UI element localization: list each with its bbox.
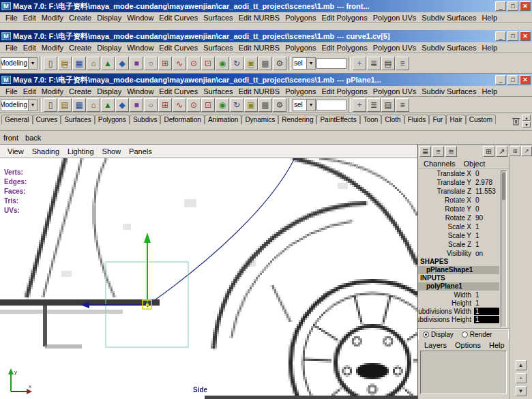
- menu-item[interactable]: Polygon UVs: [370, 87, 419, 95]
- channel-value-field[interactable]: on: [474, 250, 499, 257]
- select-object-icon[interactable]: ▲: [101, 98, 115, 112]
- minimize-button[interactable]: _: [495, 31, 506, 41]
- snap-view-plane-icon[interactable]: ⊡: [201, 57, 215, 70]
- select-faces-icon[interactable]: ■: [130, 57, 143, 70]
- menu-item[interactable]: Create: [66, 44, 94, 52]
- ipr-render-icon[interactable]: ▩: [258, 57, 272, 70]
- panel-menu-item[interactable]: Show: [98, 147, 125, 156]
- pan-icon[interactable]: +: [516, 373, 527, 383]
- render-globals-icon[interactable]: ⚙: [273, 57, 286, 70]
- render-globals-icon[interactable]: ⚙: [273, 98, 286, 112]
- show-manipulator-icon[interactable]: +: [353, 98, 366, 112]
- shelf-tab[interactable]: Fluids: [404, 115, 430, 124]
- selected-cv[interactable]: [146, 304, 149, 306]
- channel-value-field[interactable]: 90: [474, 214, 499, 222]
- menu-item[interactable]: Create: [66, 87, 94, 95]
- channel-value-field[interactable]: 2.978: [474, 179, 499, 186]
- new-scene-icon[interactable]: ▯: [44, 98, 57, 112]
- menu-item[interactable]: Polygon UVs: [370, 44, 419, 52]
- new-scene-icon[interactable]: ▯: [44, 57, 57, 70]
- panel-layout-icon[interactable]: ⊞: [483, 146, 494, 157]
- menu-item[interactable]: Help: [479, 44, 500, 52]
- quick-select-field[interactable]: [316, 58, 346, 69]
- shelf-tab[interactable]: Subdivs: [130, 115, 161, 124]
- channel-value-field[interactable]: 1: [474, 232, 499, 239]
- channel-box-menu-item[interactable]: Object: [460, 160, 488, 168]
- nurbs-curve[interactable]: [147, 158, 295, 307]
- channel-value-field[interactable]: 11.553: [474, 188, 499, 195]
- layer-list[interactable]: [420, 351, 507, 394]
- channel-box-menu-item[interactable]: Channels: [421, 160, 458, 168]
- shelf-tab[interactable]: Dynamics: [241, 115, 278, 124]
- shelf-tab[interactable]: Custom: [466, 115, 496, 124]
- shelf-tab[interactable]: Animation: [205, 115, 241, 124]
- shelf-scroll-up-icon[interactable]: ▴: [522, 115, 531, 121]
- scroll-down-icon[interactable]: ▼: [516, 386, 527, 396]
- shelf-tab[interactable]: Toon: [360, 115, 382, 124]
- menu-item[interactable]: Polygons: [282, 87, 319, 95]
- layer-menu-item[interactable]: Options: [452, 341, 484, 349]
- menu-item[interactable]: File: [3, 44, 20, 52]
- layout-tab[interactable]: back: [25, 134, 41, 142]
- quick-select-dropdown[interactable]: sel ▾: [293, 99, 316, 111]
- snap-point-icon[interactable]: ⊙: [187, 57, 201, 70]
- make-live-icon[interactable]: ◉: [216, 57, 229, 70]
- scroll-up-icon[interactable]: ▲: [516, 360, 527, 370]
- close-button[interactable]: ✕: [520, 75, 531, 85]
- channel-box-toggle-icon[interactable]: ≣: [367, 98, 381, 112]
- menu-item[interactable]: File: [3, 14, 20, 22]
- shelf-tab[interactable]: Hair: [446, 115, 465, 124]
- menu-item[interactable]: Window: [124, 87, 156, 95]
- menu-item[interactable]: Edit NURBS: [236, 14, 283, 22]
- menu-item[interactable]: Edit Polygons: [319, 87, 370, 95]
- attribute-editor-toggle-icon[interactable]: ≡: [396, 98, 409, 112]
- move-manipulator-y-arrow-icon[interactable]: [144, 233, 151, 243]
- menu-item[interactable]: Edit Curves: [156, 87, 201, 95]
- select-component-icon[interactable]: ◆: [115, 98, 129, 112]
- shelf-tab[interactable]: Fur: [429, 115, 446, 124]
- menu-item[interactable]: Modify: [39, 44, 66, 52]
- menu-item[interactable]: Window: [124, 14, 156, 22]
- layout-tab[interactable]: front: [3, 134, 18, 142]
- shelf-tab[interactable]: Rendering: [278, 115, 316, 124]
- menu-item[interactable]: Polygon UVs: [370, 14, 419, 22]
- layer-menu-item[interactable]: Layers: [421, 341, 450, 349]
- snap-grid-icon[interactable]: ⊞: [158, 57, 172, 70]
- channel-speed-icon[interactable]: ≡: [432, 146, 444, 157]
- menu-item[interactable]: Edit: [20, 44, 39, 52]
- menu-item[interactable]: Surfaces: [201, 14, 235, 22]
- channel-value-field[interactable]: 1: [474, 223, 499, 231]
- select-faces-icon[interactable]: ■: [130, 98, 143, 112]
- lasso-select-icon[interactable]: ○: [144, 98, 158, 112]
- save-scene-icon[interactable]: ▦: [72, 57, 86, 70]
- snap-view-plane-icon[interactable]: ⊡: [201, 98, 215, 112]
- shelf-tab[interactable]: Polygons: [95, 115, 130, 124]
- channel-value-field[interactable]: 0: [474, 196, 499, 204]
- channel-box-scrollbar[interactable]: [501, 171, 507, 327]
- select-hierarchy-icon[interactable]: ⌂: [87, 98, 100, 112]
- select-component-icon[interactable]: ◆: [115, 57, 129, 70]
- trash-icon[interactable]: [512, 116, 520, 126]
- channel-box-toggle-icon[interactable]: ≣: [367, 57, 381, 70]
- channel-value-field[interactable]: 1: [474, 291, 499, 299]
- panel-menu-item[interactable]: Shading: [28, 147, 63, 156]
- make-live-icon[interactable]: ◉: [216, 98, 229, 112]
- menu-item[interactable]: Edit Curves: [156, 14, 201, 22]
- channel-value-field[interactable]: 0: [474, 205, 499, 213]
- channel-value-field[interactable]: 0: [474, 170, 499, 177]
- channel-value-field[interactable]: 1: [474, 308, 499, 315]
- menu-item[interactable]: Modify: [39, 87, 66, 95]
- layer-editor-toggle-icon[interactable]: ▤: [381, 98, 395, 112]
- maximize-button[interactable]: □: [507, 75, 518, 85]
- move-manipulator-x-arrow-icon[interactable]: [80, 301, 89, 308]
- menu-item[interactable]: Window: [124, 44, 156, 52]
- channel-value-field[interactable]: 1: [474, 316, 499, 323]
- open-scene-icon[interactable]: ▤: [58, 57, 72, 70]
- menu-item[interactable]: Edit Polygons: [319, 14, 370, 22]
- close-button[interactable]: ✕: [520, 31, 531, 41]
- window2-titlebar[interactable]: M Maya 7.0: F:\电子资料\maya_mode-cundang\ma…: [0, 30, 532, 42]
- menu-item[interactable]: Create: [66, 14, 94, 22]
- snap-point-icon[interactable]: ⊙: [187, 98, 201, 112]
- channel-hyperbolic-icon[interactable]: ≋: [445, 146, 457, 157]
- menu-item[interactable]: Help: [479, 87, 500, 95]
